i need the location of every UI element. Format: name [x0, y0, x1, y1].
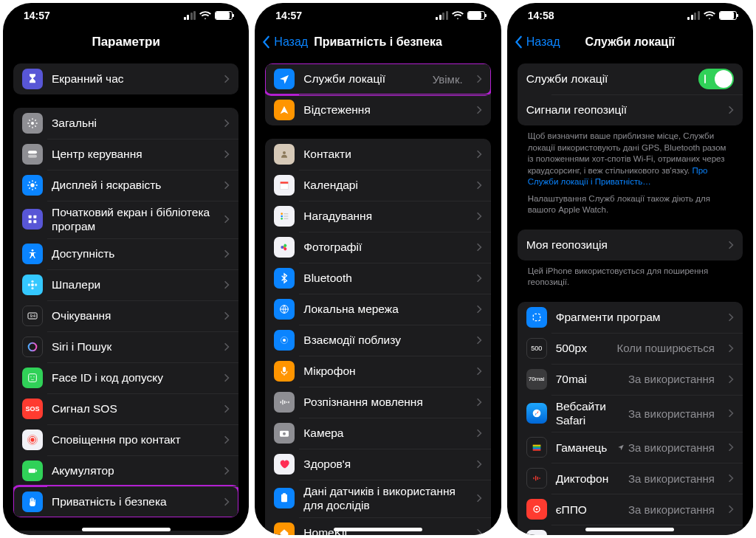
screen-location: 14:58 Назад Служби локації Служби локаці… [507, 3, 753, 535]
svg-rect-51 [532, 445, 540, 446]
sos-icon: SOS [22, 399, 43, 419]
home-indicator[interactable] [585, 528, 674, 531]
row-safari-websites[interactable]: Вебсайти Safari За використання [518, 395, 743, 432]
row-microphone[interactable]: Мікрофон [265, 356, 490, 387]
location-footer-1b: Налаштування Служб локації також діють д… [518, 188, 743, 216]
row-speech[interactable]: Розпізнання мовлення [265, 387, 490, 418]
row-faceid[interactable]: Face ID і код допуску [13, 362, 238, 393]
70mai-icon: 70mai [526, 369, 547, 390]
svg-point-20 [30, 438, 34, 441]
svg-rect-7 [33, 221, 36, 224]
svg-point-3 [30, 183, 34, 187]
camera-icon [274, 423, 295, 444]
svg-point-16 [29, 342, 37, 351]
row-500px[interactable]: 500 500px Коли поширюється [518, 333, 743, 364]
row-home-screen[interactable]: Початковий екран і бібліотека програм [13, 201, 238, 238]
svg-point-9 [31, 283, 34, 286]
row-camera[interactable]: Камера [265, 418, 490, 449]
page-title: Параметри [92, 35, 159, 49]
row-siri[interactable]: Siri і Пошук [13, 331, 238, 362]
chevron-left-icon [262, 35, 271, 49]
row-calendars[interactable]: Календарі [265, 170, 490, 201]
row-eppo[interactable]: єППО За використання [518, 494, 743, 525]
row-location-services[interactable]: Служби локації Увімк. [265, 63, 490, 94]
cellular-icon [184, 11, 196, 20]
row-photos[interactable]: Фотографії [265, 232, 490, 263]
svg-point-42 [283, 339, 286, 342]
row-location-switch[interactable]: Служби локації [518, 63, 743, 94]
battery-icon [215, 11, 233, 20]
svg-rect-54 [532, 449, 540, 451]
row-health[interactable]: Здоров'я [265, 449, 490, 480]
row-local-network[interactable]: Локальна мережа [265, 294, 490, 325]
toggle-icon [22, 144, 43, 165]
svg-rect-44 [283, 367, 286, 372]
appclips-icon [526, 307, 547, 328]
flower-icon [22, 275, 43, 295]
back-button[interactable]: Назад [515, 28, 560, 56]
back-button[interactable]: Назад [262, 28, 308, 56]
location-toggle[interactable] [698, 69, 734, 89]
row-homekit[interactable]: HomeKit [265, 517, 490, 535]
row-control-center[interactable]: Центр керування [13, 139, 238, 170]
location-footer-2: Цей iPhone використовується для поширенн… [518, 261, 743, 289]
row-accessibility[interactable]: Доступність [13, 238, 238, 269]
svg-rect-30 [281, 184, 289, 189]
row-voice-memos[interactable]: Диктофон За використання [518, 463, 743, 494]
screen-privacy: 14:57 Назад Приватність і безпека Служби… [255, 3, 501, 535]
row-general[interactable]: Загальні [13, 108, 238, 139]
privacy-title-bar: Назад Приватність і безпека [255, 28, 501, 56]
status-time: 14:57 [275, 10, 302, 21]
row-wallet-app[interactable]: Гаманець За використання [518, 432, 743, 463]
row-contacts[interactable]: Контакти [265, 139, 490, 170]
row-exposure[interactable]: Сповіщення про контакт [13, 424, 238, 455]
svg-point-0 [31, 122, 34, 125]
row-battery[interactable]: Акумулятор [13, 455, 238, 486]
home-indicator[interactable] [334, 528, 422, 531]
standby-icon: 9:4 [22, 306, 43, 326]
eppo-icon [526, 499, 547, 520]
row-research[interactable]: Дані датчиків і використання для досліді… [265, 480, 490, 517]
svg-point-32 [281, 215, 284, 218]
faceid-icon [22, 368, 43, 388]
row-share-my-location[interactable]: Моя геопозиція [518, 230, 743, 261]
row-privacy[interactable]: Приватність і безпека [13, 486, 238, 517]
chevron-right-icon [224, 74, 230, 84]
research-icon [274, 488, 295, 508]
settings-title-bar: Параметри [3, 28, 249, 56]
nearby-icon [274, 330, 295, 351]
calendar-icon: 31 [526, 530, 547, 535]
svg-point-10 [31, 280, 33, 282]
sun-icon [22, 175, 43, 196]
bluetooth-icon [274, 268, 295, 289]
row-standby[interactable]: 9:4 Очікування [13, 300, 238, 331]
svg-rect-47 [281, 494, 287, 503]
row-70mai[interactable]: 70mai 70mai За використання [518, 364, 743, 395]
screen-settings: 14:57 Параметри Екранний час З [3, 3, 249, 535]
chevron-left-icon [515, 35, 523, 49]
row-wallpaper[interactable]: Шпалери [13, 269, 238, 300]
network-icon [274, 299, 295, 320]
row-nearby[interactable]: Взаємодії поблизу [265, 325, 490, 356]
reminders-icon [274, 206, 295, 227]
row-tracking[interactable]: Відстеження [265, 94, 490, 125]
svg-text:9:4: 9:4 [30, 314, 35, 318]
location-title-bar: Назад Служби локації [507, 28, 753, 56]
svg-point-8 [32, 249, 34, 252]
row-app-clips[interactable]: Фрагменти програм [518, 302, 743, 333]
safari-icon [526, 403, 547, 424]
row-display[interactable]: Дисплей і яскравість [13, 170, 238, 201]
cellular-icon [436, 11, 448, 20]
row-reminders[interactable]: Нагадування [265, 201, 490, 232]
home-indicator[interactable] [82, 528, 171, 531]
wifi-icon [704, 11, 715, 20]
battery-icon [719, 11, 737, 20]
svg-point-28 [283, 151, 286, 154]
row-bluetooth[interactable]: Bluetooth [265, 263, 490, 294]
row-sos[interactable]: SOS Сигнал SOS [13, 393, 238, 424]
microphone-icon [274, 361, 295, 382]
wifi-icon [199, 11, 211, 20]
hourglass-icon [22, 69, 43, 89]
row-screentime[interactable]: Екранний час [13, 63, 238, 94]
row-location-alerts[interactable]: Сигнали геопозиції [518, 94, 743, 125]
